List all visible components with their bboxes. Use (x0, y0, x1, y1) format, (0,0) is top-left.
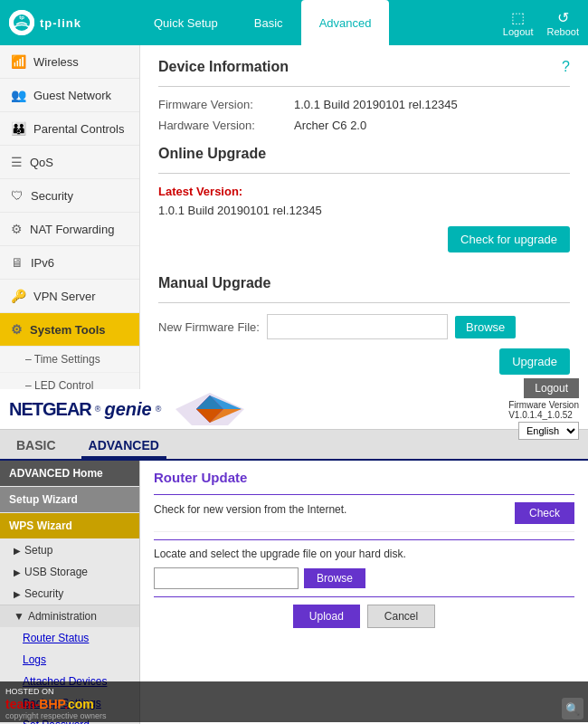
tplink-header: tp tp-link Quick Setup Basic Advanced ⬚ … (0, 0, 588, 45)
firmware-file-input[interactable] (267, 314, 448, 339)
netgear-trademark: ® (95, 405, 101, 414)
tplink-nav: Quick Setup Basic Advanced (136, 0, 389, 45)
nat-icon: ⚙ (11, 222, 23, 236)
ng-check-label: Check for new version from the Internet. (154, 503, 346, 516)
netgear-genie-text: genie (104, 399, 151, 420)
hardware-version-label: Hardware Version: (158, 119, 294, 132)
security-icon: 🛡 (11, 188, 24, 203)
security-arrow-icon: ▶ (14, 589, 21, 599)
help-icon[interactable]: ? (562, 59, 570, 75)
device-info-section: ? Device Information Firmware Version: 1… (158, 59, 570, 132)
firmware-file-row: New Firmware File: Browse (158, 314, 570, 339)
nav-basic[interactable]: Basic (236, 0, 301, 45)
check-upgrade-row: Check for upgrade (158, 226, 570, 262)
sidebar-item-wireless[interactable]: 📶 Wireless (0, 45, 139, 79)
setup-arrow-icon: ▶ (14, 546, 21, 556)
ng-file-input[interactable] (154, 567, 299, 589)
usb-label: USB Storage (24, 566, 88, 578)
netgear-panel: NETGEAR ® genie ® Logout Firmware Versio… (0, 389, 588, 724)
sidebar-item-qos[interactable]: ☰ QoS (0, 146, 139, 179)
watermark-com-text: com (68, 697, 94, 711)
reboot-icon: ↺ (547, 9, 579, 26)
online-upgrade-title: Online Upgrade (158, 146, 570, 162)
nav-advanced[interactable]: Advanced (301, 0, 390, 45)
ipv6-icon: 🖥 (11, 255, 24, 270)
guest-network-icon: 👥 (11, 88, 26, 102)
latest-version-value: 1.0.1 Build 20190101 rel.12345 (158, 204, 570, 217)
sidebar-item-system-tools[interactable]: ⚙ System Tools (0, 313, 139, 347)
tplink-panel: tp tp-link Quick Setup Basic Advanced ⬚ … (0, 0, 588, 389)
sidebar-item-parental-controls[interactable]: 👪 Parental Controls (0, 112, 139, 146)
ng-check-row: Check for new version from the Internet.… (154, 502, 574, 532)
parental-controls-icon: 👪 (11, 121, 26, 136)
ng-upload-file-row: Browse (154, 567, 574, 589)
netgear-header-right: Logout Firmware Version V1.0.1.4_1.0.52 … (508, 378, 579, 440)
ng-sidebar-wps-wizard[interactable]: WPS Wizard (0, 513, 139, 538)
ng-sidebar-setup-wizard[interactable]: Setup Wizard (0, 487, 139, 512)
sidebar-item-ipv6[interactable]: 🖥 IPv6 (0, 246, 139, 280)
watermark-team-text: team- (5, 697, 39, 711)
ng-divider-2 (154, 539, 574, 540)
svg-text:tp: tp (19, 14, 24, 20)
latest-version-label: Latest Version: (158, 185, 570, 198)
device-info-title: Device Information (158, 59, 570, 75)
check-upgrade-button[interactable]: Check for upgrade (448, 226, 570, 252)
new-firmware-label: New Firmware File: (158, 320, 260, 334)
language-select[interactable]: English (518, 422, 579, 440)
vpn-icon: 🔑 (11, 289, 26, 303)
netgear-header: NETGEAR ® genie ® Logout Firmware Versio… (0, 389, 588, 430)
sidebar-sub-time-settings[interactable]: – Time Settings (0, 347, 139, 373)
online-upgrade-section: Online Upgrade Latest Version: 1.0.1 Bui… (158, 146, 570, 262)
search-corner-button[interactable]: 🔍 (562, 698, 583, 719)
ng-security-label: Security (24, 587, 63, 600)
ng-sidebar-security[interactable]: ▶ Security (0, 583, 139, 605)
netgear-diamond-logo (174, 391, 246, 427)
tplink-header-right: ⬚ Logout ↺ Reboot (503, 9, 579, 37)
watermark-bhp-text: BHP (39, 697, 64, 711)
ng-divider-1 (154, 494, 574, 495)
search-corner-icon: 🔍 (565, 702, 580, 716)
firmware-version-label: Firmware Version: (158, 98, 294, 111)
ng-check-button[interactable]: Check (515, 502, 574, 524)
nav-quick-setup[interactable]: Quick Setup (136, 0, 236, 45)
netgear-logout-button[interactable]: Logout (524, 378, 579, 398)
ng-browse-button[interactable]: Browse (304, 568, 365, 588)
sidebar-item-security[interactable]: 🛡 Security (0, 179, 139, 213)
tplink-brand-text: tp-link (40, 16, 81, 30)
manual-upgrade-title: Manual Upgrade (158, 275, 570, 291)
tplink-logo: tp tp-link (9, 10, 81, 35)
wireless-icon: 📶 (11, 54, 26, 69)
ng-upload-button[interactable]: Upload (293, 605, 360, 628)
netgear-logo: NETGEAR ® genie ® (9, 391, 246, 427)
watermark: HOSTED ON team-BHP.com copyright respect… (0, 681, 588, 722)
hardware-version-value: Archer C6 2.0 (294, 119, 366, 132)
ng-sidebar-logs[interactable]: Logs (0, 649, 139, 671)
tab-advanced[interactable]: ADVANCED (81, 434, 166, 459)
manual-upgrade-section: Manual Upgrade New Firmware File: Browse… (158, 275, 570, 384)
ng-action-buttons: Upload Cancel (154, 605, 574, 628)
sidebar-item-nat[interactable]: ⚙ NAT Forwarding (0, 213, 139, 246)
ng-page-title: Router Update (154, 470, 574, 485)
setup-label: Setup (24, 544, 52, 557)
reboot-button[interactable]: ↺ Reboot (547, 9, 579, 37)
admin-label: Administration (28, 610, 97, 623)
sidebar-item-guest-network[interactable]: 👥 Guest Network (0, 79, 139, 112)
ng-sidebar-administration[interactable]: ▼ Administration (0, 605, 139, 627)
tab-basic[interactable]: BASIC (9, 434, 63, 459)
usb-arrow-icon: ▶ (14, 567, 21, 577)
ng-sidebar-router-status[interactable]: Router Status (0, 627, 139, 649)
netgear-genie-trademark: ® (156, 405, 162, 414)
watermark-logo: team-BHP.com (5, 697, 583, 711)
upgrade-button[interactable]: Upgrade (499, 348, 570, 375)
sidebar-item-vpn[interactable]: 🔑 VPN Server (0, 280, 139, 313)
sidebar-sub-led-control[interactable]: – LED Control (0, 373, 139, 389)
ng-sidebar-usb-storage[interactable]: ▶ USB Storage (0, 561, 139, 583)
logout-button[interactable]: ⬚ Logout (503, 9, 534, 37)
ng-sidebar-advanced-home[interactable]: ADVANCED Home (0, 461, 139, 486)
firmware-browse-button[interactable]: Browse (455, 316, 516, 338)
ng-cancel-button[interactable]: Cancel (367, 605, 435, 628)
ng-sidebar-setup[interactable]: ▶ Setup (0, 539, 139, 561)
system-tools-icon: ⚙ (11, 322, 23, 337)
logout-icon: ⬚ (503, 9, 534, 26)
admin-arrow-icon: ▼ (14, 610, 24, 623)
